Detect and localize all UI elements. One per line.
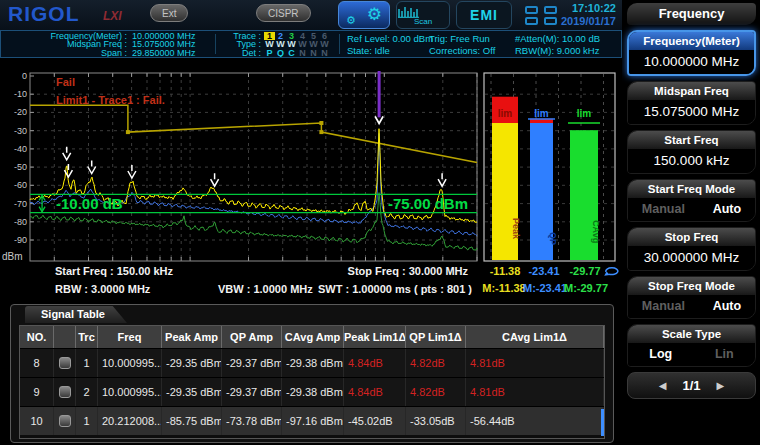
cell: [54, 378, 76, 406]
column-header: Peak Lim1Δ: [344, 326, 406, 348]
cell-cavg-lim: 4.81dB: [466, 349, 604, 377]
meter-value: -11.38: [484, 265, 526, 277]
svg-text:-60: -60: [14, 180, 27, 190]
sidebar-item-frequency-meter[interactable]: Frequency(Meter)10.000000 MHz: [627, 30, 756, 76]
sidebar-item-label: Start Freq Mode: [628, 180, 755, 198]
cell-no: 10: [20, 407, 54, 435]
row-checkbox[interactable]: [59, 415, 71, 427]
prev-page-icon[interactable]: ◀: [659, 380, 667, 391]
scrollbar-thumb[interactable]: [601, 409, 604, 436]
svg-text:-70: -70: [14, 199, 27, 209]
column-header: NO.: [20, 326, 54, 348]
row-checkbox[interactable]: [59, 357, 71, 369]
sidebar-item-start-freq-mode[interactable]: Start Freq ModeManualAuto: [627, 179, 756, 222]
next-page-icon[interactable]: ▶: [717, 380, 725, 391]
status-column: Ref Level: 0.00 dBmState: Idle: [347, 33, 433, 57]
trace-slot[interactable]: C: [286, 49, 297, 57]
analyzer-screen: RIGOL LXI Ext CISPR ⚙ ⚙ Scan EMI: [0, 0, 760, 445]
cell-trc: 1: [76, 349, 98, 377]
settings-button[interactable]: ⚙ ⚙: [338, 1, 390, 29]
emi-mode-button[interactable]: EMI: [456, 1, 512, 29]
trace-status: Trace :123456Type :WWWWWWDet :PQCNNN: [221, 32, 330, 57]
trace-slot[interactable]: Q: [275, 49, 286, 57]
option-lin[interactable]: Lin: [715, 347, 734, 361]
option-manual[interactable]: Manual: [642, 299, 685, 313]
divider: [215, 34, 216, 54]
date: 2019/01/17: [561, 15, 616, 28]
sidebar-item-stop-freq-mode[interactable]: Stop Freq ModeManualAuto: [627, 276, 756, 319]
trace-row-label: Det :: [221, 49, 261, 57]
cell: [54, 349, 76, 377]
status-line: State: Idle: [347, 45, 433, 57]
sidebar-item-label: Stop Freq Mode: [628, 277, 755, 295]
table-row[interactable]: 8110.000995...-29.35 dBm-29.37 dBm-29.38…: [20, 348, 604, 377]
trace-slot[interactable]: N: [308, 49, 319, 57]
page-control: ◀ 1/1 ▶: [627, 372, 756, 399]
freq-labels: Frequency(Meter) :Midspan Freq :Span :: [1, 32, 127, 57]
svg-text:-50: -50: [14, 162, 27, 172]
signal-table-tab[interactable]: Signal Table: [25, 306, 127, 323]
signal-table-panel: Signal Table NO.TrcFreqPeak AmpQP AmpCAv…: [10, 304, 614, 443]
status-line: RBW(M): 9.000 kHz: [515, 45, 600, 57]
spectrum-plot: -10.00 dB-75.00 dBmFailLimit1 - Trace1 :…: [0, 58, 480, 262]
sidebar-item-scale-type[interactable]: Scale TypeLogLin: [627, 324, 756, 367]
cell-no: 9: [20, 378, 54, 406]
cell-freq: 10.000995...: [98, 349, 162, 377]
sidebar-item-toggle: ManualAuto: [628, 295, 755, 318]
sidebar-item-label: Frequency(Meter): [629, 32, 754, 50]
cell-qp-lim: 4.82dB: [406, 378, 466, 406]
option-manual[interactable]: Manual: [642, 202, 685, 216]
table-row[interactable]: 9210.000995...-29.35 dBm-29.37 dBm-29.38…: [20, 377, 604, 406]
gear-icon: ⚙: [367, 4, 382, 24]
annotation-row: Start Freq : 150.00 kHz Stop Freq : 30.0…: [0, 262, 622, 302]
swt-readout: SWT : 1.00000 ms ( pts : 801 ): [318, 283, 472, 295]
svg-text:0: 0: [22, 71, 27, 81]
sweep-info: Start Freq : 150.00 kHz Stop Freq : 30.0…: [0, 262, 480, 302]
window-layout-button[interactable]: [519, 3, 565, 28]
sidebar-item-midspan-freq[interactable]: Midspan Freq15.075000 MHz: [627, 81, 756, 125]
clock: 17:10:22 2019/01/17: [561, 2, 616, 28]
row-checkbox[interactable]: [59, 386, 71, 398]
sidebar-item-start-freq[interactable]: Start Freq150.000 kHz: [627, 130, 756, 174]
meter-readouts: -11.38-23.41-29.77M:-11.38M:-23.41M:-29.…: [480, 262, 622, 302]
start-freq-readout: Start Freq : 150.00 kHz: [55, 265, 173, 277]
sidebar-item-stop-freq[interactable]: Stop Freq30.000000 MHz: [627, 227, 756, 271]
status-column: Trig: Free RunCorrections: Off: [429, 33, 495, 57]
status-value: 29.850000 MHz: [132, 49, 196, 57]
svg-text:dBm: dBm: [2, 251, 23, 262]
table-row[interactable]: 10120.212008...-85.75 dBm-73.78 dBm-97.1…: [20, 406, 604, 435]
status-line: Ref Level: 0.00 dBm: [347, 33, 433, 45]
cell-freq: 10.000995...: [98, 378, 162, 406]
option-auto[interactable]: Auto: [713, 299, 741, 313]
status-line: Trig: Free Run: [429, 33, 495, 45]
meter-max-value: M:-11.38: [480, 282, 528, 294]
column-header: QP Lim1Δ: [406, 326, 466, 348]
cell-qp-lim: 4.82dB: [406, 349, 466, 377]
vbw-readout: VBW : 1.0000 MHz: [218, 283, 313, 295]
sidebar-item-value: 30.000000 MHz: [628, 246, 755, 270]
table-body: 8110.000995...-29.35 dBm-29.37 dBm-29.38…: [20, 348, 604, 435]
scan-button[interactable]: Scan: [396, 1, 450, 29]
cispr-button[interactable]: CISPR: [256, 4, 311, 22]
menu-sidebar: Frequency Frequency(Meter)10.000000 MHzM…: [622, 0, 760, 445]
sidebar-item-toggle: LogLin: [628, 343, 755, 366]
column-header: CAvg Amp: [282, 326, 344, 348]
sidebar-item-label: Stop Freq: [628, 228, 755, 246]
cell-cavg-amp: -29.38 dBm: [282, 349, 344, 377]
svg-text:-80: -80: [14, 217, 27, 227]
meter-value: -29.77: [564, 265, 606, 277]
ext-trigger-button[interactable]: Ext: [150, 4, 188, 22]
cell-cavg-amp: -29.38 dBm: [282, 378, 344, 406]
svg-text:lim: lim: [498, 108, 513, 119]
column-header: QP Amp: [222, 326, 282, 348]
column-header: CAvg Lim1Δ: [466, 326, 604, 348]
cell-peak-amp: -29.35 dBm: [162, 378, 222, 406]
svg-text:lim: lim: [534, 108, 549, 119]
sidebar-item-value: 10.000000 MHz: [629, 50, 754, 74]
trace-slot[interactable]: N: [297, 49, 308, 57]
svg-text:-10: -10: [14, 89, 27, 99]
trace-slot[interactable]: N: [319, 49, 330, 57]
trace-slot[interactable]: P: [264, 49, 275, 57]
option-auto[interactable]: Auto: [713, 202, 741, 216]
option-log[interactable]: Log: [649, 347, 672, 361]
